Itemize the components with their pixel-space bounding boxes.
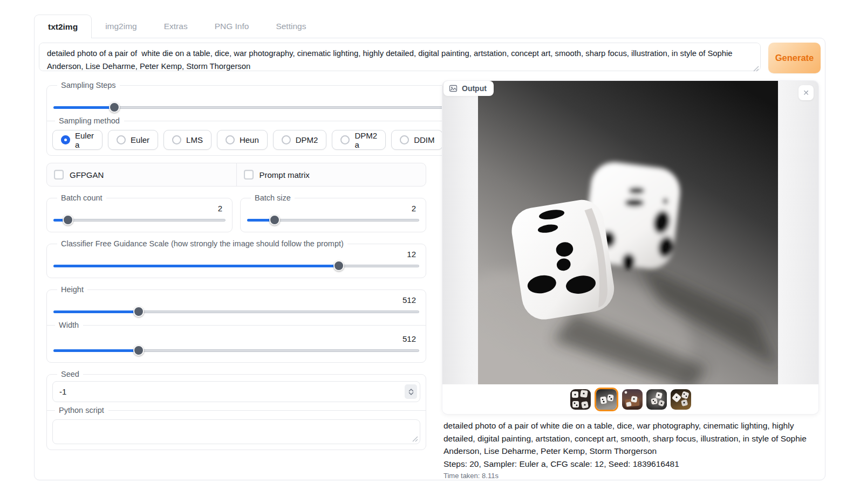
sampling-steps-label: Sampling Steps xyxy=(57,81,120,89)
slider-knob[interactable] xyxy=(109,102,120,113)
cfg-scale-slider[interactable] xyxy=(53,260,419,271)
generated-image[interactable] xyxy=(478,81,778,384)
seed-input-wrap xyxy=(52,381,420,402)
txt2img-app: txt2img img2img Extras PNG Info Settings… xyxy=(34,15,825,480)
sampling-steps-slider[interactable] xyxy=(53,102,501,113)
tab-bar: txt2img img2img Extras PNG Info Settings xyxy=(34,15,825,38)
sampler-option-heun[interactable]: Heun xyxy=(217,130,268,150)
options-checkbox-row: GFPGAN Prompt matrix xyxy=(46,163,426,187)
sampler-option-lms[interactable]: LMS xyxy=(163,130,211,150)
resize-handle-icon[interactable] xyxy=(753,66,759,72)
radio-icon xyxy=(172,135,181,144)
sampler-option-euler-a[interactable]: Euler a xyxy=(52,130,103,150)
chevron-down-icon xyxy=(408,392,414,395)
batch-count-label: Batch count xyxy=(57,194,106,202)
cfg-scale-value: 12 xyxy=(52,250,420,259)
checkbox-icon xyxy=(244,170,254,179)
radio-icon xyxy=(400,135,409,144)
prompt-input[interactable]: detailed photo of a pair of white die on… xyxy=(39,43,761,71)
settings-column: Sampling Steps 20 Sampling method Euler … xyxy=(46,81,426,480)
tab-png-info[interactable]: PNG Info xyxy=(201,15,263,38)
batch-count-value: 2 xyxy=(52,204,227,213)
width-label: Width xyxy=(47,321,426,329)
seed-group: Seed Python script xyxy=(46,370,426,450)
batch-size-value: 2 xyxy=(246,204,420,213)
sampling-steps-value: 20 xyxy=(52,91,502,100)
seed-label: Seed xyxy=(57,370,83,378)
slider-fill xyxy=(53,265,339,267)
prompt-row: detailed photo of a pair of white die on… xyxy=(39,43,821,73)
radio-icon xyxy=(226,135,235,144)
radio-icon xyxy=(282,135,291,144)
tab-img2img[interactable]: img2img xyxy=(92,15,151,38)
main-row: Sampling Steps 20 Sampling method Euler … xyxy=(39,81,821,480)
dimensions-group: Height 512 Width 512 xyxy=(46,285,426,363)
radio-selected-icon xyxy=(61,135,70,144)
python-script-input[interactable] xyxy=(52,419,420,444)
batch-size-label: Batch size xyxy=(251,194,295,202)
slider-fill xyxy=(53,219,68,222)
cfg-scale-group: Classifier Free Guidance Scale (how stro… xyxy=(46,239,426,278)
width-slider[interactable] xyxy=(53,345,419,356)
tab-extras[interactable]: Extras xyxy=(151,15,201,38)
checkbox-icon xyxy=(54,170,64,179)
result-caption: detailed photo of a pair of white die on… xyxy=(443,419,817,458)
slider-track xyxy=(53,219,226,222)
image-icon xyxy=(449,84,458,93)
sampler-option-euler[interactable]: Euler xyxy=(108,130,158,150)
batch-size-group: Batch size 2 xyxy=(240,194,426,232)
result-params: Steps: 20, Sampler: Euler a, CFG scale: … xyxy=(443,458,817,471)
output-gallery: Output ✕ xyxy=(442,81,818,414)
radio-icon xyxy=(117,135,126,144)
sampler-option-dpm2-a[interactable]: DPM2 a xyxy=(332,130,386,150)
thumbnail-2-selected[interactable] xyxy=(595,388,618,411)
batch-row: Batch count 2 Batch size 2 xyxy=(46,194,426,239)
height-slider[interactable] xyxy=(53,306,419,317)
sampling-method-options: Euler a Euler LMS Heun xyxy=(52,130,502,150)
width-value: 512 xyxy=(52,334,420,343)
prompt-matrix-checkbox[interactable]: Prompt matrix xyxy=(236,163,426,186)
slider-fill xyxy=(247,219,275,222)
height-label: Height xyxy=(57,285,87,294)
time-taken: Time taken: 8.11s xyxy=(443,472,817,480)
output-column: Output ✕ xyxy=(442,81,818,480)
sampler-option-dpm2[interactable]: DPM2 xyxy=(273,130,327,150)
thumbnail-4[interactable] xyxy=(646,389,667,410)
dice-photo xyxy=(478,81,778,384)
resize-handle-icon[interactable] xyxy=(412,436,418,442)
output-label-chip: Output xyxy=(443,81,494,96)
thumbnail-strip xyxy=(442,384,818,414)
batch-size-slider[interactable] xyxy=(247,215,419,225)
thumbnail-5[interactable] xyxy=(671,389,691,410)
slider-knob[interactable] xyxy=(133,345,144,356)
slider-fill xyxy=(53,106,114,109)
gfpgan-checkbox[interactable]: GFPGAN xyxy=(47,163,236,186)
tab-txt2img[interactable]: txt2img xyxy=(34,15,92,38)
seed-input[interactable] xyxy=(59,387,405,396)
cfg-scale-label: Classifier Free Guidance Scale (how stro… xyxy=(57,239,347,248)
slider-knob[interactable] xyxy=(269,215,280,225)
seed-spinner[interactable] xyxy=(405,384,417,399)
slider-knob[interactable] xyxy=(333,260,344,271)
thumbnail-3[interactable] xyxy=(622,389,643,410)
thumbnail-1[interactable] xyxy=(570,389,591,410)
radio-icon xyxy=(340,135,350,144)
slider-fill xyxy=(53,349,139,352)
image-viewer xyxy=(442,81,818,384)
height-value: 512 xyxy=(52,295,420,305)
generate-button[interactable]: Generate xyxy=(768,43,821,73)
txt2img-panel: detailed photo of a pair of white die on… xyxy=(34,38,825,480)
batch-count-slider[interactable] xyxy=(53,215,226,225)
slider-track xyxy=(53,106,501,109)
slider-knob[interactable] xyxy=(133,306,144,317)
tab-settings[interactable]: Settings xyxy=(262,15,319,38)
slider-knob[interactable] xyxy=(63,215,73,225)
slider-fill xyxy=(53,310,139,313)
sampling-group: Sampling Steps 20 Sampling method Euler … xyxy=(46,81,508,156)
batch-count-group: Batch count 2 xyxy=(46,194,233,232)
sampling-method-label: Sampling method xyxy=(47,116,507,125)
sampler-option-ddim[interactable]: DDIM xyxy=(391,130,443,150)
python-script-label: Python script xyxy=(47,406,426,415)
result-info: detailed photo of a pair of white die on… xyxy=(442,419,818,480)
close-icon[interactable]: ✕ xyxy=(798,85,814,100)
